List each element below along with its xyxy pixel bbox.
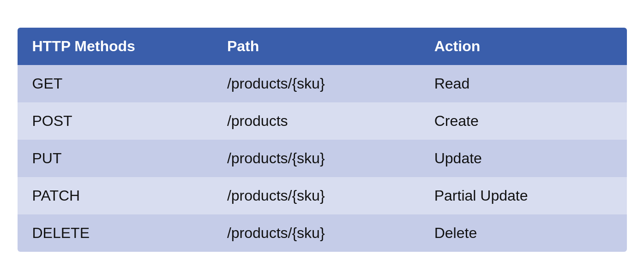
cell-method: PUT xyxy=(18,140,212,177)
column-header-action: Action xyxy=(420,28,627,65)
cell-path: /products/{sku} xyxy=(212,177,420,214)
table-row: DELETE/products/{sku}Delete xyxy=(18,214,627,252)
column-header-method: HTTP Methods xyxy=(18,28,212,65)
cell-path: /products/{sku} xyxy=(212,214,420,252)
cell-method: GET xyxy=(18,65,212,102)
table-row: PATCH/products/{sku}Partial Update xyxy=(18,177,627,214)
cell-path: /products/{sku} xyxy=(212,140,420,177)
table-row: POST/productsCreate xyxy=(18,102,627,140)
cell-method: POST xyxy=(18,102,212,140)
table-header-row: HTTP Methods Path Action xyxy=(18,28,627,65)
cell-path: /products/{sku} xyxy=(212,65,420,102)
cell-action: Create xyxy=(420,102,627,140)
table-row: PUT/products/{sku}Update xyxy=(18,140,627,177)
column-header-path: Path xyxy=(212,28,420,65)
cell-action: Read xyxy=(420,65,627,102)
table-container: HTTP Methods Path Action GET/products/{s… xyxy=(18,28,627,252)
cell-method: PATCH xyxy=(18,177,212,214)
cell-action: Update xyxy=(420,140,627,177)
http-methods-table: HTTP Methods Path Action GET/products/{s… xyxy=(18,28,627,252)
cell-path: /products xyxy=(212,102,420,140)
cell-method: DELETE xyxy=(18,214,212,252)
cell-action: Delete xyxy=(420,214,627,252)
table-row: GET/products/{sku}Read xyxy=(18,65,627,102)
cell-action: Partial Update xyxy=(420,177,627,214)
